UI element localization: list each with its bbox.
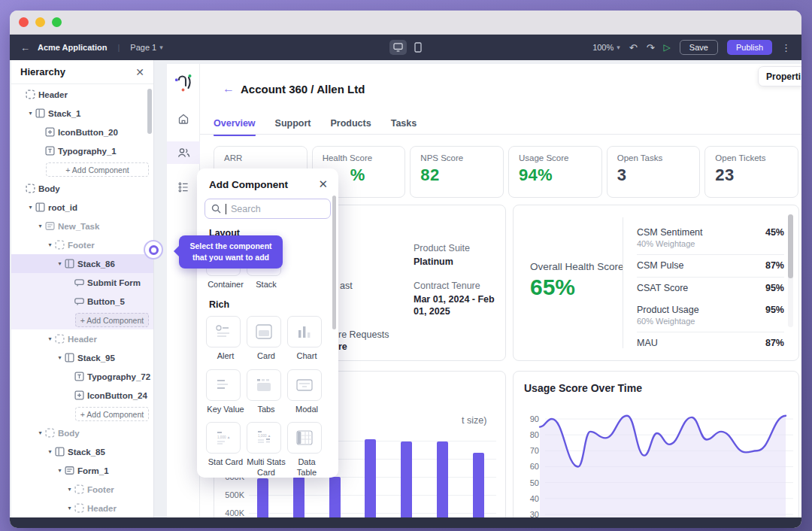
add-component-dashed-button[interactable]: + Add Component xyxy=(75,313,149,327)
layout-slot-icon xyxy=(45,428,55,438)
maximize-window-button[interactable] xyxy=(52,17,62,27)
tree-caret-icon[interactable]: ▾ xyxy=(47,448,53,455)
nav-tasks-item[interactable] xyxy=(167,176,200,199)
tree-caret-icon[interactable]: ▾ xyxy=(66,486,73,493)
tree-node-body[interactable]: ▾Body xyxy=(11,423,153,442)
zoom-level: 100% xyxy=(592,43,614,52)
stack-icon xyxy=(65,353,74,363)
component-tile-label: Tabs xyxy=(247,405,286,415)
account-back-icon[interactable]: ← xyxy=(223,82,235,96)
tree-node-header[interactable]: ▾Header xyxy=(11,329,153,348)
redo-button[interactable]: ↷ xyxy=(647,42,655,53)
tree-node-stack-95[interactable]: ▾Stack_95 xyxy=(11,348,153,367)
tree-node-submit-form[interactable]: Submit Form xyxy=(11,273,153,292)
page-selector[interactable]: Page 1 ▾ xyxy=(130,43,162,52)
tree-node-body[interactable]: Body xyxy=(11,179,153,198)
bar-chart-title-fragment: t size) xyxy=(462,415,486,426)
tree-caret-icon[interactable]: ▾ xyxy=(27,110,34,117)
tree-node-new-task[interactable]: ▾New_Task xyxy=(11,217,153,235)
component-tile-chart[interactable]: Chart xyxy=(287,316,328,362)
tree-add-component-button[interactable]: + Add Component xyxy=(11,311,153,329)
tree-add-component-button[interactable]: + Add Component xyxy=(11,405,153,423)
publish-button[interactable]: Publish xyxy=(727,40,772,55)
metric-value: 23 xyxy=(715,165,788,185)
tree-caret-icon[interactable]: ▾ xyxy=(47,241,53,248)
datatable-component-icon xyxy=(295,429,314,447)
layout-slot-icon xyxy=(55,240,65,250)
component-tile-multi-stats-card[interactable]: 1,000 ▲Multi Stats Card xyxy=(247,422,287,478)
add-component-dashed-button[interactable]: + Add Component xyxy=(46,162,149,177)
close-icon[interactable]: ✕ xyxy=(135,66,144,78)
component-tile-label: Stack xyxy=(247,280,286,290)
tree-node-iconbutton-20[interactable]: IconButton_20 xyxy=(11,123,153,141)
application-name: Acme Application xyxy=(38,43,108,52)
tree-caret-icon[interactable]: ▾ xyxy=(47,335,53,342)
bar-chart-ytick: 500K xyxy=(219,490,244,499)
tree-add-component-button[interactable]: + Add Component xyxy=(11,160,153,179)
tree-node-label: Typography_72 xyxy=(87,372,150,381)
search-icon xyxy=(211,204,221,214)
properties-panel-tab[interactable]: Properti xyxy=(758,66,801,86)
save-button[interactable]: Save xyxy=(680,40,718,55)
field-label: Product Suite xyxy=(414,243,504,253)
close-window-button[interactable] xyxy=(19,17,29,27)
component-tile-label: Alert xyxy=(206,351,245,362)
kebab-menu-icon[interactable]: ⋮ xyxy=(781,42,791,53)
line-chart-ytick: 40 xyxy=(530,494,539,503)
component-tile-modal[interactable]: Modal xyxy=(287,369,328,415)
tree-node-button-5[interactable]: Button_5 xyxy=(11,292,153,311)
tree-node-form-1[interactable]: ▾Form_1 xyxy=(11,461,153,480)
component-tile-key-value[interactable]: Key Value xyxy=(206,369,247,415)
tree-node-stack-1[interactable]: ▾Stack_1 xyxy=(11,104,153,123)
run-button[interactable]: ▷ xyxy=(664,42,671,53)
overall-health-card: Overall Health Score 65% CSM Sentiment45… xyxy=(513,205,799,361)
popup-close-icon[interactable]: ✕ xyxy=(318,178,328,191)
health-row-value: 87% xyxy=(765,260,784,271)
component-tile-tabs[interactable]: Tabs xyxy=(247,369,287,415)
component-tile-alert[interactable]: Alert xyxy=(206,316,247,362)
tree-caret-icon[interactable]: ▾ xyxy=(56,467,63,474)
mobile-view-button[interactable] xyxy=(414,42,422,53)
health-row-weightage: 60% Weightage xyxy=(637,317,784,326)
hierarchy-scrollbar[interactable] xyxy=(147,89,152,134)
component-tile-card[interactable]: Card xyxy=(247,316,287,362)
undo-button[interactable]: ↶ xyxy=(629,42,638,53)
add-component-dashed-button[interactable]: + Add Component xyxy=(75,407,149,421)
tree-caret-icon[interactable]: ▾ xyxy=(27,204,34,211)
tree-node-stack-85[interactable]: ▾Stack_85 xyxy=(11,442,153,461)
tree-node-iconbutton-24[interactable]: IconButton_24 xyxy=(11,386,153,405)
component-tile-data-table[interactable]: Data Table xyxy=(287,422,328,478)
component-tile-grid: AlertCardChartKey ValueTabsModal1,000 ▲S… xyxy=(206,316,338,478)
add-component-popup: Add Component ✕ Search LayoutContainerSt… xyxy=(197,168,338,478)
back-icon[interactable]: ← xyxy=(20,42,30,53)
component-tile-stat-card[interactable]: 1,000 ▲Stat Card xyxy=(206,422,247,478)
tree-caret-icon[interactable]: ▾ xyxy=(37,429,44,436)
tree-node-root-id[interactable]: ▾root_id xyxy=(11,198,153,217)
layout-slot-icon xyxy=(74,484,84,494)
tree-node-typography-72[interactable]: Typography_72 xyxy=(11,367,153,386)
tree-caret-icon[interactable]: ▾ xyxy=(37,223,44,229)
tree-node-header[interactable]: ▾Header xyxy=(11,499,153,517)
tree-node-footer[interactable]: ▾Footer xyxy=(11,480,153,499)
health-row-csat-score: CSAT Score95% xyxy=(637,278,784,299)
tree-node-header[interactable]: Header xyxy=(11,85,153,104)
phone-icon xyxy=(414,42,422,53)
popup-scrollbar[interactable] xyxy=(332,196,336,329)
health-list-scrollbar[interactable] xyxy=(788,214,793,327)
tree-node-typography-1[interactable]: Typography_1 xyxy=(11,141,153,160)
zoom-selector[interactable]: 100% ▾ xyxy=(592,43,620,52)
component-search-input[interactable]: Search xyxy=(205,199,331,219)
nav-accounts-item[interactable] xyxy=(167,141,200,164)
desktop-view-button[interactable] xyxy=(389,40,407,55)
layout-slot-icon xyxy=(74,503,84,513)
tree-node-footer[interactable]: ▾Footer xyxy=(11,235,153,254)
tree-caret-icon[interactable]: ▾ xyxy=(66,505,73,511)
tree-caret-icon[interactable]: ▾ xyxy=(56,354,63,361)
page-selector-label: Page 1 xyxy=(130,43,156,52)
tree-node-stack-86[interactable]: ▾Stack_86 xyxy=(11,254,153,273)
minimize-window-button[interactable] xyxy=(35,17,45,27)
tree-caret-icon[interactable]: ▾ xyxy=(56,260,63,267)
nav-home-item[interactable] xyxy=(167,108,200,130)
component-insert-handle[interactable] xyxy=(144,240,163,259)
partially-hidden-text: ast xyxy=(340,281,353,291)
